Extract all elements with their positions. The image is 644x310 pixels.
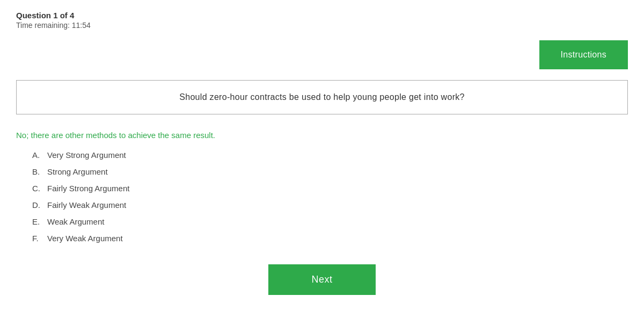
list-item[interactable]: F.Very Weak Argument [32, 234, 628, 243]
option-label: C. [32, 184, 43, 193]
next-button[interactable]: Next [268, 264, 375, 295]
options-list: A.Very Strong ArgumentB.Strong ArgumentC… [0, 150, 644, 243]
option-text: Very Strong Argument [47, 150, 126, 160]
list-item[interactable]: C.Fairly Strong Argument [32, 184, 628, 193]
option-text: Weak Argument [47, 217, 104, 226]
list-item[interactable]: D.Fairly Weak Argument [32, 200, 628, 210]
time-remaining: Time remaining: 11:54 [16, 21, 628, 30]
instructions-container: Instructions [0, 35, 644, 80]
statement: No; there are other methods to achieve t… [0, 125, 644, 150]
question-text: Should zero-hour contracts be used to he… [179, 92, 465, 102]
list-item[interactable]: B.Strong Argument [32, 167, 628, 176]
list-item[interactable]: E.Weak Argument [32, 217, 628, 226]
option-label: D. [32, 200, 43, 210]
header: Question 1 of 4 Time remaining: 11:54 [0, 0, 644, 35]
list-item[interactable]: A.Very Strong Argument [32, 150, 628, 160]
question-box: Should zero-hour contracts be used to he… [16, 80, 628, 114]
option-text: Fairly Strong Argument [47, 184, 129, 193]
option-label: F. [32, 234, 43, 243]
instructions-button[interactable]: Instructions [539, 40, 628, 69]
option-label: B. [32, 167, 43, 176]
question-counter: Question 1 of 4 [16, 11, 628, 20]
option-label: E. [32, 217, 43, 226]
option-text: Fairly Weak Argument [47, 200, 126, 210]
option-text: Strong Argument [47, 167, 108, 176]
option-label: A. [32, 150, 43, 160]
next-container: Next [0, 264, 644, 310]
option-text: Very Weak Argument [47, 234, 123, 243]
statement-text: No; there are other methods to achieve t… [16, 131, 215, 140]
